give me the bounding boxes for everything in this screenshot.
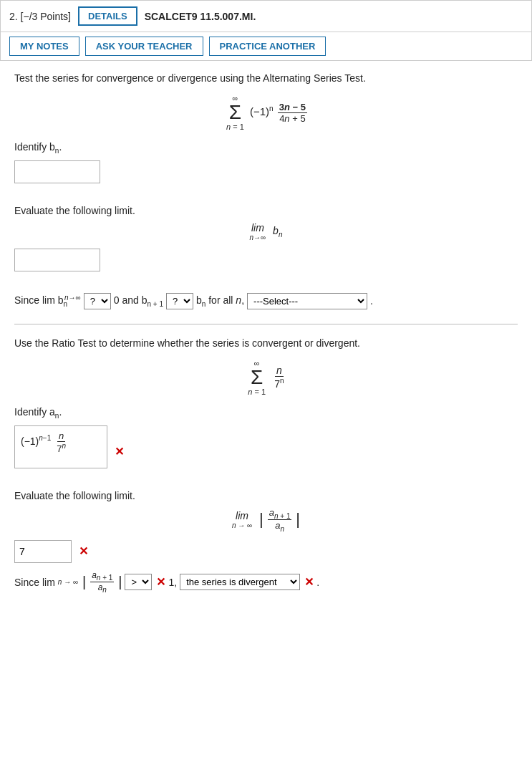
gt-error-mark: ✕ xyxy=(156,575,165,589)
since-row-2: Since lim n → ∞ | an + 1 an | > < = ≥ ≤ … xyxy=(14,570,518,595)
an-input-box[interactable]: (−1)n−1 n 7n xyxy=(14,425,107,468)
identify-bn-label: Identify bn. xyxy=(14,141,518,155)
part2-problem: Use the Ratio Test to determine whether … xyxy=(14,337,518,349)
limit-bn-input[interactable] xyxy=(14,249,100,271)
abs-val-expr: | an + 1 an | xyxy=(259,513,300,524)
period-2: . xyxy=(316,577,319,588)
evaluate-label-1: Evaluate the following limit. xyxy=(14,205,518,216)
my-notes-button[interactable]: MY NOTES xyxy=(9,37,79,56)
series-display: ∞ Σ n = 1 (−1)n 3n − 5 4n + 5 xyxy=(14,94,518,131)
practice-another-button[interactable]: PRACTICE ANOTHER xyxy=(209,37,327,56)
limit-expr-2: lim n → ∞ | an + 1 an | xyxy=(14,507,518,533)
answer-row: ✕ xyxy=(14,540,518,563)
action-bar: MY NOTES ASK YOUR TEACHER PRACTICE ANOTH… xyxy=(0,32,532,61)
series-fraction: 3n − 5 4n + 5 xyxy=(278,102,307,124)
ask-teacher-button[interactable]: ASK YOUR TEACHER xyxy=(85,37,203,56)
an-error-mark: ✕ xyxy=(115,445,124,458)
conclusion-select-2[interactable]: the series is convergent the series is d… xyxy=(180,574,300,590)
main-content: Test the series for convergence or diver… xyxy=(0,61,532,620)
identify-an-label: Identify an. xyxy=(14,406,518,420)
compare-bn-select[interactable]: ? = < > ≤ ≥ xyxy=(166,293,193,309)
limit-error-mark: ✕ xyxy=(79,544,88,558)
gt-select[interactable]: > < = ≥ ≤ xyxy=(125,574,152,590)
sigma-symbol-2: ∞ Σ n = 1 xyxy=(248,359,266,396)
times-1-label: 1, xyxy=(168,577,177,588)
compare-zero-select[interactable]: ? = < > ≤ ≥ xyxy=(84,293,111,309)
part2-section: Use the Ratio Test to determine whether … xyxy=(14,337,518,595)
sigma-symbol: ∞ Σ n = 1 xyxy=(226,94,244,131)
an-math-content: (−1)n−1 n 7n xyxy=(21,435,69,447)
conclusion-error-mark: ✕ xyxy=(304,575,314,589)
part1-section: Test the series for convergence or diver… xyxy=(14,72,518,309)
abs-val-expr-2: | an + 1 an | xyxy=(82,570,122,595)
scalcet-label: SCALCET9 11.5.007.MI. xyxy=(145,11,256,22)
series-term: (−1)n 3n − 5 4n + 5 xyxy=(250,105,309,117)
series-display-2: ∞ Σ n = 1 n 7n xyxy=(14,359,518,396)
details-button[interactable]: DETAILS xyxy=(78,6,137,26)
bn-input[interactable] xyxy=(14,160,100,183)
section-divider xyxy=(14,324,518,324)
limit-expr-1: lim n→∞ bn xyxy=(14,222,518,241)
header-bar: 2. [−/3 Points] DETAILS SCALCET9 11.5.00… xyxy=(0,0,532,32)
part1-problem: Test the series for convergence or diver… xyxy=(14,72,518,84)
limit-bn-expr: bn xyxy=(273,225,282,236)
points-label: 2. [−/3 Points] xyxy=(9,11,71,22)
limit-answer-input[interactable] xyxy=(14,540,72,563)
evaluate-label-2: Evaluate the following limit. xyxy=(14,490,518,501)
series-fraction-2: n 7n xyxy=(273,365,285,390)
conclusion-select-1[interactable]: ---Select--- the series is convergent th… xyxy=(247,293,367,309)
since-row-1: Since lim bn n→∞ ? = < > ≤ ≥ 0 and bn + … xyxy=(14,293,518,309)
